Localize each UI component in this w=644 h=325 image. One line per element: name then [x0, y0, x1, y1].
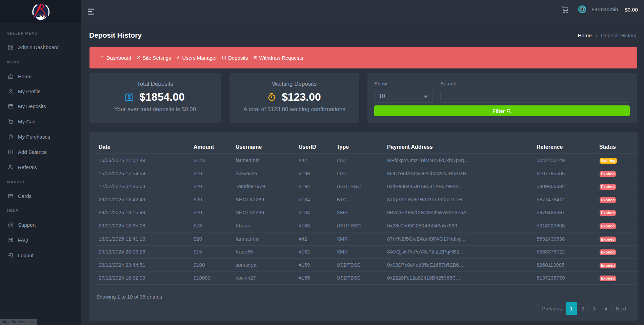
svg-text:CVV: CVV: [36, 14, 46, 19]
